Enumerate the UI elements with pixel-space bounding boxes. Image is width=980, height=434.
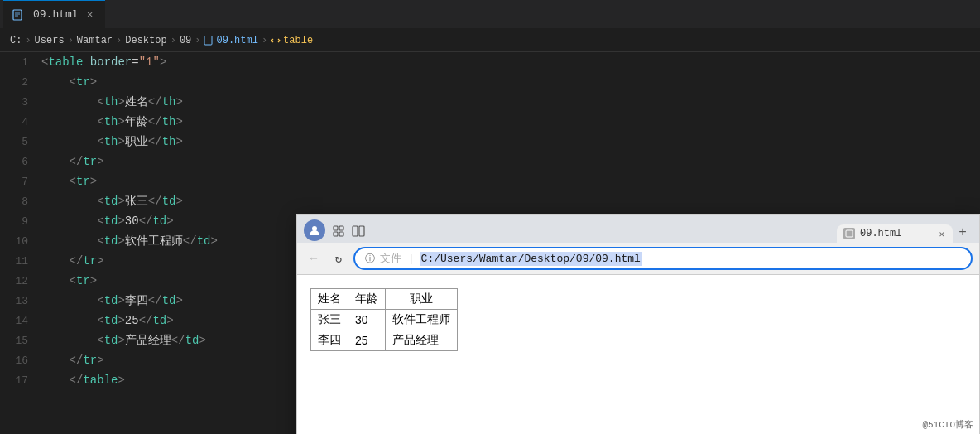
editor-area: 1<table border="1">2 <tr>3 <th>姓名</th>4 … [0,52,980,434]
tab-close-btn[interactable]: ✕ [84,8,97,22]
line-number: 15 [0,335,41,347]
table-header: 年龄 [348,289,386,310]
line-number: 13 [0,295,41,307]
code-line: 6 </tr> [0,152,980,171]
line-content: <table border="1"> [41,55,166,69]
line-number: 16 [0,354,41,367]
table-cell: 产品经理 [386,330,458,351]
line-number: 17 [0,374,41,387]
line-content: <td>张三</td> [41,194,183,209]
table-header: 职业 [386,289,458,310]
code-line: 4 <th>年龄</th> [0,112,980,132]
table-cell: 软件工程师 [386,310,458,330]
line-number: 4 [0,116,41,128]
table-cell: 张三 [311,310,348,330]
line-content: <td>25</td> [41,314,174,327]
svg-rect-11 [359,226,364,236]
line-number: 11 [0,255,41,268]
line-content: <td>李四</td> [41,293,183,308]
svg-rect-4 [204,36,212,45]
code-line: 3 <th>姓名</th> [0,92,980,112]
svg-rect-10 [353,226,358,236]
info-icon: ⓘ [365,252,375,266]
table-cell: 李四 [311,330,348,351]
svg-rect-9 [339,232,343,236]
code-line: 8 <td>张三</td> [0,191,980,211]
line-number: 10 [0,235,41,248]
browser-content: 姓名年龄职业张三30软件工程师李四25产品经理 [297,275,979,434]
code-line: 5 <th>职业</th> [0,132,980,152]
line-content: <th>姓名</th> [41,94,183,109]
svg-rect-8 [334,232,338,236]
tab-label: 09.html [33,8,79,21]
line-number: 14 [0,315,41,327]
line-content: </tr> [41,155,104,168]
line-content: <tr> [41,175,97,188]
code-line: 7 <tr> [0,171,980,191]
line-content: </tr> [41,254,104,268]
line-content: <th>职业</th> [41,134,183,149]
svg-rect-0 [13,10,22,20]
line-number: 5 [0,136,41,148]
line-number: 9 [0,215,41,228]
line-content: <tr> [41,75,97,89]
line-content: <th>年龄</th> [41,114,183,129]
rendered-table: 姓名年龄职业张三30软件工程师李四25产品经理 [310,288,458,351]
line-number: 12 [0,275,41,287]
browser-window: 09.html ✕ + ← ↻ ⓘ 文件 | C:/Users/Wamtar/D… [296,214,980,434]
extensions-btn[interactable] [329,221,348,241]
line-content: </table> [41,374,125,387]
line-number: 8 [0,195,41,208]
line-number: 1 [0,56,41,69]
browser-tab-favicon [843,228,855,239]
browser-tab-close[interactable]: ✕ [939,229,944,239]
split-btn[interactable] [348,221,368,241]
svg-rect-12 [846,230,853,237]
address-bar[interactable]: ⓘ 文件 | C:/Users/Wamtar/Desktop/09/09.htm… [353,247,973,270]
table-header: 姓名 [311,289,348,310]
refresh-btn[interactable]: ↻ [329,248,348,268]
browser-controls: ← ↻ ⓘ 文件 | C:/Users/Wamtar/Desktop/09/09… [297,243,979,275]
code-line: 2 <tr> [0,72,980,92]
new-tab-btn[interactable]: + [953,223,973,243]
address-value: C:/Users/Wamtar/Desktop/09/09.html [420,252,642,266]
browser-chrome: 09.html ✕ + [297,215,979,243]
address-separator: 文件 | [380,251,415,266]
code-line: 1<table border="1"> [0,52,980,72]
table-cell: 30 [348,310,386,330]
breadcrumb: C: › Users › Wamtar › Desktop › 09 › 09.… [0,29,980,52]
line-content: <td>软件工程师</td> [41,234,218,248]
file-icon [12,8,25,22]
svg-rect-6 [334,226,338,230]
line-content: <td>30</td> [41,215,174,228]
line-content: <tr> [41,274,97,287]
line-number: 6 [0,156,41,168]
back-btn[interactable]: ← [304,248,324,268]
table-row: 李四25产品经理 [311,330,458,351]
svg-rect-7 [339,226,343,230]
line-number: 3 [0,96,41,108]
line-number: 7 [0,176,41,188]
table-cell: 25 [348,330,386,351]
table-row: 张三30软件工程师 [311,310,458,330]
line-content: </tr> [41,354,104,367]
line-number: 2 [0,76,41,89]
browser-tab-title: 09.html [860,228,901,239]
line-content: <td>产品经理</td> [41,333,206,348]
editor-tab[interactable]: 09.html ✕ [3,0,105,29]
tab-bar: 09.html ✕ [0,0,980,29]
profile-icon [304,219,325,241]
browser-tab[interactable]: 09.html ✕ [837,224,953,243]
watermark: @51CTO博客 [922,418,973,431]
browser-tabs-row: 09.html ✕ + [304,219,973,243]
